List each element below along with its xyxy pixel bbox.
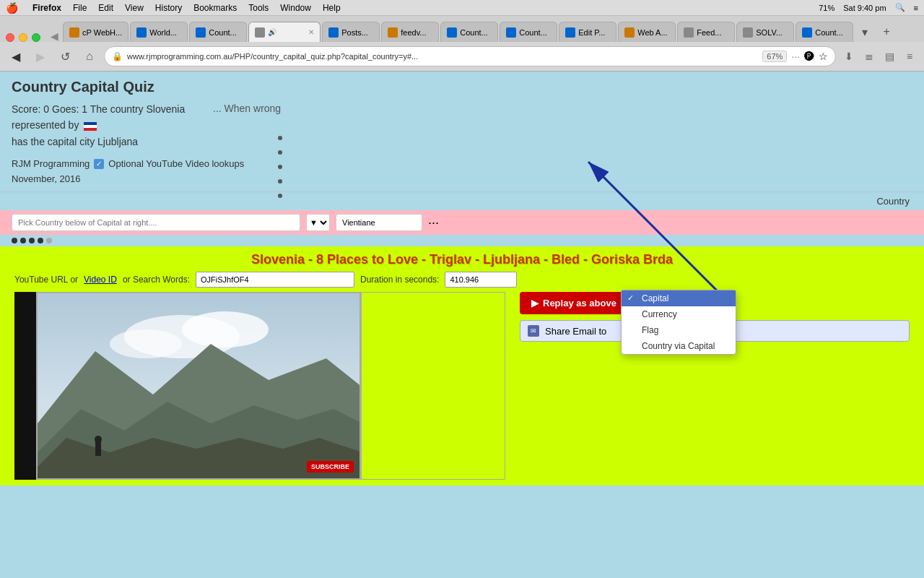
search-icon[interactable]: 🔍 [895,3,905,12]
subscribe-button[interactable]: SUBSCRIBE [307,461,354,473]
tab-4-close[interactable]: ✕ [308,28,314,36]
quiz-header: Country Capital Quiz Score: 0 Goes: 1 Th… [0,72,924,191]
dot-1 [12,238,17,243]
menubar-window[interactable]: Window [280,3,311,13]
left-black-bar [14,292,36,480]
bookmark-star-icon[interactable]: ☆ [819,51,828,62]
rjm-label: RJM Programming [12,158,90,169]
tab-10[interactable]: Web A... [618,22,676,42]
zoom-level[interactable]: 67% [762,51,787,62]
replay-label: Replay as above [543,298,616,309]
new-tab-btn[interactable]: + [876,22,897,42]
tab-6-label: feedv... [401,28,426,37]
video-id-input[interactable] [196,272,354,288]
tab-11[interactable]: Feed... [677,22,735,42]
pick-select[interactable]: ▼ [306,214,330,231]
tab-1-favicon [69,27,79,38]
menubar-history[interactable]: History [155,3,182,13]
country-row: Country [0,191,924,210]
tab-9[interactable]: Edit P... [559,22,616,42]
more-options-icon[interactable]: ··· [791,51,800,62]
when-wrong-text: ... When wrong [213,102,281,115]
capital-input[interactable] [336,214,422,231]
audio-icon[interactable]: 🔊 [268,28,276,36]
nav-bar: ◀ ▶ ↺ ⌂ 🔒 www.rjmprogramming.com.au/PHP/… [0,42,924,71]
menubar-edit[interactable]: Edit [98,3,113,13]
tab-overflow-btn[interactable]: ▾ [855,22,875,42]
reader-view-icon[interactable]: ≣ [860,48,878,65]
tab-6[interactable]: feedv... [381,22,439,42]
menubar-view[interactable]: View [125,3,144,13]
tab-8-label: Count... [519,28,547,37]
tab-12-label: SOLV... [756,28,783,37]
tab-10-label: Web A... [637,28,667,37]
address-bar[interactable]: 🔒 www.rjmprogramming.com.au/PHP/country_… [104,46,836,66]
tab-7[interactable]: Count... [440,22,498,42]
dot-4 [38,238,43,243]
tab-9-favicon [565,27,575,38]
tab-12[interactable]: SOLV... [736,22,794,42]
menubar-right: 71% Sat 9:40 pm 🔍 ≡ [819,3,918,12]
tab-2[interactable]: World... [130,22,188,42]
tab-3-label: Count... [209,28,237,37]
dropdown-item-currency[interactable]: Currency [622,306,736,322]
dot-5 [46,238,52,243]
share-icon: ✉ [528,325,539,337]
duration-input[interactable] [445,272,517,288]
yellow-section: Slovenia - 8 Places to Love - Triglav - … [0,246,924,486]
nav-actions: ⬇ ≣ ▤ ≡ [840,48,918,65]
score-line3: has the capital city Ljubljana [12,136,138,147]
apple-menu[interactable]: 🍎 [6,2,18,14]
video-frame[interactable]: SUBSCRIBE [36,292,361,480]
url-text: www.rjmprogramming.com.au/PHP/country_ca… [127,52,758,61]
tab-12-favicon [743,27,753,38]
tab-4-active[interactable]: 🔊 ✕ [248,22,321,42]
tab-5[interactable]: Posts... [322,22,380,42]
tab-3[interactable]: Count... [189,22,247,42]
dropdown-item-capital[interactable]: Capital [622,290,736,306]
reload-button[interactable]: ↺ [55,46,75,66]
lock-icon: 🔒 [112,51,123,61]
pick-country-input[interactable] [12,214,300,231]
close-traffic-light[interactable] [6,33,14,42]
back-button[interactable]: ◀ [6,46,26,66]
tab-back-btn[interactable]: ◀ [48,30,61,42]
info-dots[interactable]: ··· [428,215,439,230]
maximize-traffic-light[interactable] [32,33,40,42]
menubar-tools[interactable]: Tools [248,3,269,13]
svg-point-2 [182,311,269,348]
notification-icon[interactable]: ≡ [914,4,918,12]
battery-indicator: 71% [819,4,834,12]
country-label: Country [876,196,910,207]
dropdown-item-country-via-capital[interactable]: Country via Capital [622,338,736,354]
rjm-row: RJM Programming ✓ Optional YouTube Video… [12,158,912,169]
tab-11-label: Feed... [697,28,721,37]
download-icon[interactable]: ⬇ [840,48,858,65]
menubar-file[interactable]: File [73,3,87,13]
home-button[interactable]: ⌂ [79,46,100,66]
sidebar-icon[interactable]: ▤ [881,48,898,65]
tab-1[interactable]: cP WebH... [63,22,128,42]
tab-8[interactable]: Count... [500,22,557,42]
video-id-link[interactable]: Video ID [84,275,117,285]
tab-11-favicon [684,27,694,38]
forward-button[interactable]: ▶ [30,46,51,66]
tab-13[interactable]: Count... [796,22,853,42]
menubar-help[interactable]: Help [323,3,341,13]
hamburger-menu-icon[interactable]: ≡ [901,48,918,65]
or-search-label: or Search Words: [123,275,190,285]
score-line1: Score: 0 Goes: 1 The country Slovenia [12,103,185,115]
replay-button[interactable]: ▶ Replay as above [520,292,628,314]
tab-8-favicon [506,27,516,38]
video-thumbnail [38,293,359,478]
dropdown-item-flag[interactable]: Flag [622,322,736,338]
pocket-icon[interactable]: 🅟 [804,51,814,62]
menubar-bookmarks[interactable]: Bookmarks [193,3,237,13]
youtube-checkbox[interactable]: ✓ [94,159,104,169]
minimize-traffic-light[interactable] [19,33,27,42]
slovenia-flag [83,121,97,131]
tab-2-label: World... [149,28,177,37]
menubar-firefox[interactable]: Firefox [32,3,61,13]
pick-row: ▼ ··· [0,210,924,235]
tab-6-favicon [388,27,398,38]
